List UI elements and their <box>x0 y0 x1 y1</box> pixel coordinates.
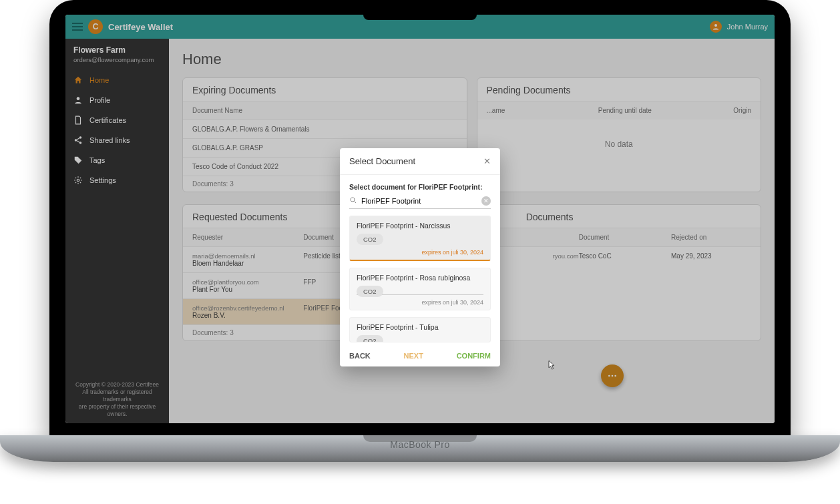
expiring-row[interactable]: GLOBALG.A.P. Flowers & Ornamentals <box>183 119 467 138</box>
modal-title: Select Document <box>349 156 415 166</box>
document-icon <box>73 115 83 125</box>
gear-icon <box>73 176 83 185</box>
requester-email: office@plantforyou.com <box>192 278 303 286</box>
user-name[interactable]: John Murray <box>727 23 768 31</box>
requester-email: maria@demoemails.nl <box>192 252 303 260</box>
laptop-base: MacBook Pro <box>0 435 840 462</box>
rejected-row[interactable]: ryou.com Tesco CoC May 29, 2023 <box>477 246 761 265</box>
app-logo: C <box>88 19 103 34</box>
sidebar: Flowers Farm orders@flowercompany.com Ho… <box>65 39 169 423</box>
col-name: ...ame <box>487 107 579 114</box>
svg-point-4 <box>79 142 82 144</box>
col-spacer <box>487 234 579 241</box>
svg-point-6 <box>608 375 610 377</box>
card-rejected: Rejected Documents Document Rejected on … <box>477 204 762 341</box>
doc-expiry: expires on juli 30, 2024 <box>357 299 483 306</box>
copyright-line: are property of their respective owners. <box>71 403 164 418</box>
sidebar-item-label: Shared links <box>89 136 130 144</box>
sidebar-item-settings[interactable]: Settings <box>65 170 169 190</box>
requester-name: Rozen B.V. <box>192 312 303 319</box>
sidebar-item-tags[interactable]: Tags <box>65 150 169 170</box>
col-requester: Requester <box>192 234 303 241</box>
confirm-button[interactable]: CONFIRM <box>457 352 491 360</box>
select-document-modal: Select Document ✕ Select document for Fl… <box>340 148 500 366</box>
card-title: Expiring Documents <box>183 78 467 101</box>
doc-chip: CO2 <box>357 335 383 342</box>
nav: Home Profile Certificates Shared li <box>65 70 169 190</box>
card-title: Pending Documents <box>477 78 761 101</box>
tag-icon <box>73 156 83 165</box>
svg-point-7 <box>612 375 614 377</box>
rejected-date: May 29, 2023 <box>671 252 751 260</box>
sidebar-item-profile[interactable]: Profile <box>65 90 169 110</box>
app-title: Certifeye Wallet <box>108 22 173 32</box>
share-icon <box>73 136 83 145</box>
laptop-notch <box>363 11 477 20</box>
search-icon <box>349 196 357 206</box>
sidebar-item-label: Profile <box>89 96 110 104</box>
sidebar-item-label: Settings <box>89 176 116 184</box>
app-screen: C Certifeye Wallet John Murray Flowers F… <box>65 15 775 423</box>
svg-point-1 <box>77 97 80 100</box>
rejected-doc: Tesco CoC <box>579 252 671 260</box>
doc-item-name: FloriPEF Footprint - Rosa rubiginosa <box>357 274 483 282</box>
requester-name: Bloem Handelaar <box>192 260 303 267</box>
card-title: Rejected Documents <box>477 205 761 228</box>
org-name: Flowers Farm <box>73 45 161 55</box>
fab-more[interactable] <box>601 364 624 387</box>
person-icon <box>73 95 83 105</box>
doc-expiry: expires on juli 30, 2024 <box>357 249 483 256</box>
doc-name: GLOBALG.A.P. Flowers & Ornamentals <box>192 125 457 133</box>
col-document: Document <box>579 234 671 241</box>
modal-label: Select document for FloriPEF Footprint: <box>349 183 491 191</box>
svg-point-2 <box>79 136 82 139</box>
svg-point-0 <box>714 24 717 27</box>
col-rejected-on: Rejected on <box>671 234 751 241</box>
svg-point-3 <box>75 139 77 142</box>
close-icon[interactable]: ✕ <box>483 156 491 166</box>
col-origin: Origin <box>671 107 751 114</box>
copyright-line: All trademarks or registered trademarks <box>71 389 164 403</box>
org-block: Flowers Farm orders@flowercompany.com <box>65 39 169 70</box>
avatar[interactable] <box>710 21 722 33</box>
doc-item[interactable]: FloriPEF Footprint - Narcissus CO2 expir… <box>349 216 491 261</box>
svg-point-9 <box>351 198 355 202</box>
sidebar-item-certificates[interactable]: Certificates <box>65 110 169 130</box>
sidebar-item-label: Tags <box>89 156 105 164</box>
requester-email: office@rozenbv.certifeyedemo.nl <box>192 304 303 312</box>
sidebar-item-home[interactable]: Home <box>65 70 169 90</box>
clear-search-icon[interactable]: ✕ <box>481 196 491 206</box>
doc-chip: CO2 <box>357 234 383 245</box>
no-data: No data <box>477 119 761 169</box>
sidebar-item-label: Certificates <box>89 116 126 124</box>
laptop-bezel: C Certifeye Wallet John Murray Flowers F… <box>49 0 791 435</box>
next-button: NEXT <box>404 352 423 360</box>
search-input[interactable] <box>361 197 477 205</box>
copyright-line: Copyright © 2020-2023 Certifeee <box>71 381 164 389</box>
rejected-email-suffix: ryou.com <box>487 252 579 260</box>
sidebar-item-shared-links[interactable]: Shared links <box>65 130 169 150</box>
col-until: Pending until date <box>579 107 671 114</box>
sidebar-item-label: Home <box>89 76 109 84</box>
menu-icon[interactable] <box>72 26 83 27</box>
doc-item[interactable]: FloriPEF Footprint - Tulipa CO2 <box>349 317 491 342</box>
cursor-pointer-icon <box>546 358 557 372</box>
svg-line-10 <box>355 202 357 204</box>
card-pending: Pending Documents ...ame Pending until d… <box>477 77 762 192</box>
home-icon <box>73 75 83 85</box>
requester-name: Plant For You <box>192 286 303 293</box>
doc-item-name: FloriPEF Footprint - Narcissus <box>357 222 483 230</box>
doc-item[interactable]: FloriPEF Footprint - Rosa rubiginosa CO2… <box>349 268 491 310</box>
laptop-frame: C Certifeye Wallet John Murray Flowers F… <box>49 0 791 462</box>
doc-chip: CO2 <box>357 286 383 297</box>
back-button[interactable]: BACK <box>349 352 371 360</box>
org-email: orders@flowercompany.com <box>73 56 161 63</box>
page-title: Home <box>182 51 761 68</box>
laptop-model: MacBook Pro <box>390 439 450 450</box>
doc-item-name: FloriPEF Footprint - Tulipa <box>357 323 483 331</box>
sidebar-footer: Copyright © 2020-2023 Certifeee All trad… <box>65 376 169 423</box>
col-doc-name: Document Name <box>192 107 457 114</box>
svg-point-8 <box>614 375 616 377</box>
svg-point-5 <box>77 179 79 182</box>
search-row: ✕ <box>349 196 491 209</box>
